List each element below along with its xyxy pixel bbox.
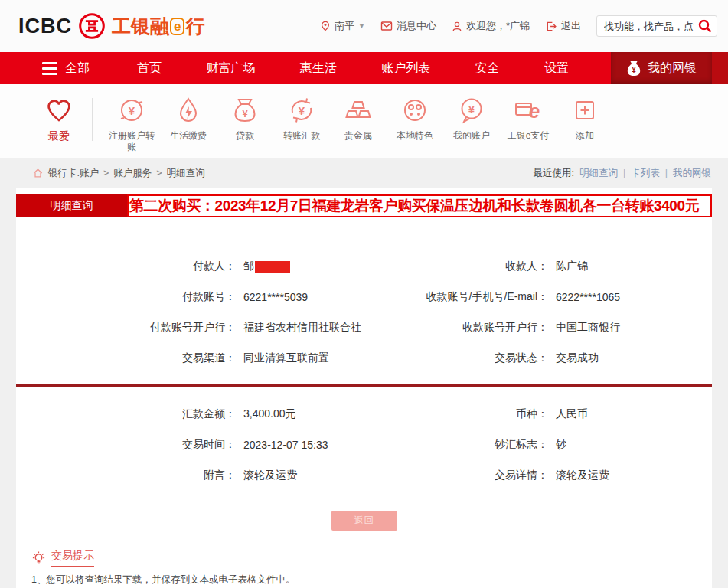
quick-item-label: 转账汇款: [278, 130, 325, 142]
payee-bank-label: 收款账号开户行：: [364, 321, 548, 335]
currency-value: 人民币: [556, 407, 588, 421]
svg-text:¥: ¥: [129, 104, 135, 117]
breadcrumb-bankcard-account[interactable]: 银行卡.账户: [48, 167, 99, 180]
epay-card-icon: e: [513, 95, 544, 126]
transaction-amount-section: 汇款金额： 3,400.00元 币种： 人民币 交易时间： 2023-12-07…: [16, 399, 712, 491]
panel-tabbar: 明细查询 第二次购买：2023年12月7日福建龙岩客户购买保温压边机和长款卷圆机…: [16, 194, 712, 217]
droplet-lightning-icon: [173, 95, 204, 126]
location-pin-icon: [320, 20, 331, 32]
svg-text:¥: ¥: [468, 103, 475, 116]
detail-row: 交易时间： 2023-12-07 15:33 钞汇标志： 钞: [16, 430, 712, 460]
time-label: 交易时间：: [16, 438, 236, 452]
annotation-overlay: 第二次购买：2023年12月7日福建龙岩客户购买保温压边机和长款卷圆机各一台转账…: [127, 194, 712, 217]
add-icon: [570, 95, 600, 126]
nav-item-security[interactable]: 安全: [475, 60, 500, 77]
svg-text:¥: ¥: [632, 66, 636, 74]
quick-item-label: 本地特色: [391, 130, 439, 142]
transaction-tips-section: 交易提示 1、您可以将查询结果下载，并保存到文本或电子表格文件中。 2、本功能只…: [16, 531, 712, 588]
detail-row: 付款人： 邹 收款人： 陈广锦: [16, 251, 712, 282]
home-icon: [32, 168, 44, 178]
tips-list: 1、您可以将查询结果下载，并保存到文本或电子表格文件中。 2、本功能只支持查询账…: [31, 574, 697, 588]
detail-info-label: 交易详情：: [364, 469, 548, 482]
payee-account-label: 收款账号/手机号/E-mail：: [364, 290, 548, 304]
welcome-label: 欢迎您，*广锦: [466, 19, 530, 33]
icbc-emblem-icon: [78, 12, 106, 40]
quick-item-loan[interactable]: ¥ 贷款: [217, 95, 273, 142]
payee-account-value: 6222****1065: [556, 291, 620, 303]
svg-text:e: e: [529, 100, 540, 122]
quick-item-epay[interactable]: e 工银e支付: [500, 95, 557, 142]
icbc-logo: ICBC 工银融 e 行: [18, 12, 204, 40]
payer-bank-label: 付款账号开户行：: [16, 321, 236, 335]
search-icon: [697, 18, 713, 34]
money-bag-icon: ¥: [626, 60, 641, 77]
channel-label: 交易渠道：: [16, 351, 236, 365]
detail-row: 附言： 滚轮及运费 交易详情： 滚轮及运费: [16, 460, 712, 491]
payee-label: 收款人：: [364, 260, 548, 273]
message-center-link[interactable]: 消息中心: [380, 19, 436, 33]
hamburger-icon: [42, 62, 57, 75]
quick-item-label: 贷款: [221, 130, 269, 142]
quick-item-life-payment[interactable]: 生活缴费: [160, 95, 217, 142]
quick-item-label: 最爱: [35, 130, 83, 142]
nav-all-menu[interactable]: 全部: [42, 60, 90, 77]
welcome-user[interactable]: 欢迎您，*广锦: [452, 19, 530, 33]
time-value: 2023-12-07 15:33: [243, 439, 328, 451]
cash-flag-label: 钞汇标志：: [364, 438, 548, 452]
quick-item-transfer-remit[interactable]: ¥ 转账汇款: [273, 95, 330, 142]
payer-bank-value: 福建省农村信用社联合社: [243, 321, 361, 335]
quick-item-label: 生活缴费: [165, 130, 212, 142]
tips-header: 交易提示: [31, 549, 697, 567]
amount-label: 汇款金额：: [16, 407, 236, 421]
recent-link-my-ebank[interactable]: 我的网银: [673, 167, 711, 180]
payee-bank-value: 中国工商银行: [556, 321, 620, 335]
location-label: 南平: [335, 19, 354, 33]
nav-item-accounts[interactable]: 账户列表: [381, 60, 430, 77]
detail-row: 付款账号开户行： 福建省农村信用社联合社 收款账号开户行： 中国工商银行: [16, 312, 712, 343]
amount-value: 3,400.00元: [243, 407, 296, 421]
nav-item-life[interactable]: 惠生活: [300, 60, 337, 77]
header-utility-bar: 南平 ▼ 消息中心 欢迎您，*广锦 退出: [320, 15, 717, 37]
recent-used: 最近使用: 明细查询 | 卡列表 | 我的网银: [534, 167, 711, 180]
quick-item-favorites[interactable]: 最爱: [31, 95, 87, 142]
breadcrumb-row: 银行卡.账户 > 账户服务 > 明细查询 最近使用: 明细查询 | 卡列表 | …: [0, 158, 728, 188]
back-button[interactable]: 返回: [331, 511, 397, 531]
redaction-block: [255, 261, 290, 273]
brand-name: 工银融 e 行: [112, 14, 204, 39]
detail-row: 汇款金额： 3,400.00元 币种： 人民币: [16, 399, 712, 430]
tab-detail-query[interactable]: 明细查询: [16, 194, 127, 217]
logout-label: 退出: [561, 19, 581, 33]
recent-divider: |: [623, 168, 625, 178]
quick-item-my-account[interactable]: ¥ 我的账户: [443, 95, 500, 142]
quick-item-register-transfer[interactable]: ¥ 注册账户转账: [103, 95, 160, 153]
quick-item-local-features[interactable]: 本地特色: [387, 95, 443, 142]
nav-item-settings[interactable]: 设置: [544, 60, 569, 77]
nav-item-home[interactable]: 首页: [137, 60, 162, 77]
payer-account-label: 付款账号：: [16, 290, 236, 304]
lightbulb-icon: [31, 550, 46, 566]
recent-link-card-list[interactable]: 卡列表: [631, 167, 660, 180]
breadcrumb-account-service[interactable]: 账户服务: [113, 167, 152, 180]
search-button[interactable]: [697, 18, 713, 34]
recent-link-detail-query[interactable]: 明细查询: [579, 167, 618, 180]
heart-icon: [44, 95, 74, 126]
money-bag-outline-icon: ¥: [230, 95, 260, 126]
cash-flag-value: 钞: [556, 438, 566, 452]
gold-bars-icon: [343, 95, 374, 126]
nav-my-ebank[interactable]: ¥ 我的网银: [611, 52, 712, 84]
detail-row: 交易渠道： 同业清算互联前置 交易状态： 交易成功: [16, 343, 712, 374]
quick-access-bar: 最爱 ¥ 注册账户转账 生活缴费 ¥ 贷款 ¥ 转账汇款: [0, 84, 728, 158]
breadcrumb-detail-query[interactable]: 明细查询: [167, 167, 205, 180]
nav-endcap: [712, 52, 728, 84]
quick-item-add[interactable]: 添加: [557, 95, 613, 142]
transaction-parties-section: 付款人： 邹 收款人： 陈广锦 付款账号： 6221****5039 收款账号/…: [16, 251, 712, 374]
nav-item-wealth[interactable]: 财富广场: [206, 60, 255, 77]
location-selector[interactable]: 南平 ▼: [320, 19, 365, 33]
register-transfer-icon: ¥: [116, 95, 147, 126]
logout-button[interactable]: 退出: [545, 19, 581, 33]
quick-item-label: 贵金属: [335, 130, 382, 142]
payer-account-value: 6221****5039: [243, 291, 308, 303]
detail-query-panel: 明细查询 第二次购买：2023年12月7日福建龙岩客户购买保温压边机和长款卷圆机…: [16, 188, 712, 588]
quick-item-precious-metals[interactable]: 贵金属: [330, 95, 387, 142]
tips-title: 交易提示: [51, 549, 94, 567]
